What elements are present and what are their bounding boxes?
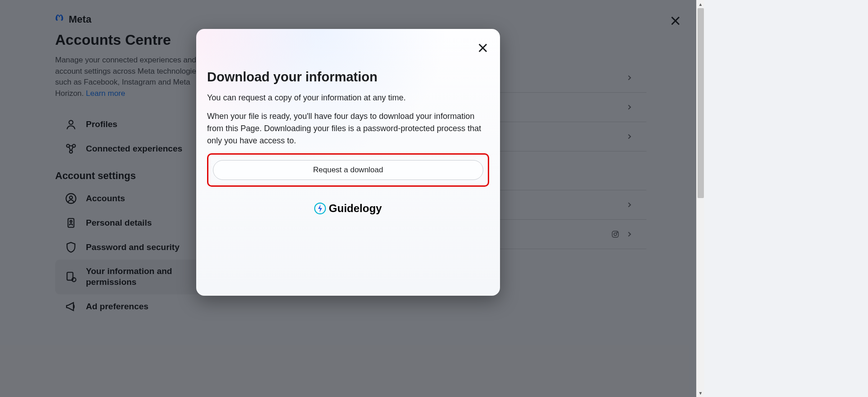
modal-paragraph-1: You can request a copy of your informati… [207, 92, 489, 104]
watermark-text: Guidelogy [329, 202, 382, 215]
watermark: Guidelogy [207, 202, 489, 215]
scrollbar-thumb[interactable] [698, 8, 704, 198]
download-info-modal: Download your information You can reques… [196, 29, 500, 296]
request-highlight-box: Request a download [207, 153, 489, 187]
scroll-down-arrow-icon[interactable]: ▼ [697, 389, 705, 397]
modal-overlay[interactable]: Download your information You can reques… [0, 0, 696, 397]
guidelogy-logo-icon [314, 203, 326, 214]
vertical-scrollbar[interactable]: ▲ ▼ [696, 0, 704, 397]
scroll-up-arrow-icon[interactable]: ▲ [697, 0, 705, 8]
modal-paragraph-2: When your file is ready, you'll have fou… [207, 110, 489, 147]
page-viewport: Meta Accounts Centre Manage your connect… [0, 0, 696, 397]
scrollbar-track[interactable] [697, 8, 704, 389]
request-download-button[interactable]: Request a download [213, 160, 483, 180]
modal-title: Download your information [207, 70, 489, 85]
modal-close-button[interactable] [476, 42, 489, 54]
